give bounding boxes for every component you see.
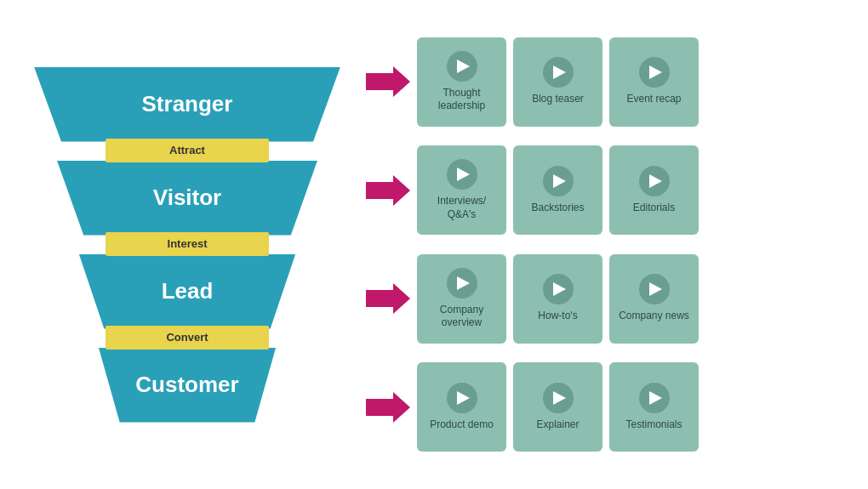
- cell-interviews-qa: Interviews/ Q&A's: [417, 145, 506, 235]
- funnel-visitor-trap: Visitor: [39, 161, 335, 236]
- cell-product-demo: Product demo: [417, 362, 506, 452]
- cell-label-interviews-qa: Interviews/ Q&A's: [422, 195, 501, 221]
- funnel-stranger-label: Stranger: [142, 91, 233, 117]
- svg-marker-2: [366, 283, 410, 314]
- cell-label-event-recap: Event recap: [626, 93, 681, 106]
- main-container: Stranger Attract Visitor Interest Lead C…: [17, 13, 851, 476]
- play-icon-company-news: [639, 274, 670, 304]
- cell-label-backstories: Backstories: [531, 202, 584, 215]
- cell-how-tos: How-to's: [513, 254, 602, 344]
- cell-company-overview: Company overview: [417, 254, 506, 344]
- play-icon-event-recap: [639, 57, 670, 88]
- arrow-lead: [366, 281, 410, 316]
- cell-label-how-tos: How-to's: [538, 310, 577, 323]
- cell-company-news: Company news: [609, 254, 699, 344]
- funnel-interest-label: Interest: [168, 237, 208, 250]
- funnel-attract-band: Attract: [106, 139, 269, 162]
- play-icon-testimonials: [639, 383, 670, 413]
- content-grid: Thought leadership Blog teaser Event rec…: [417, 32, 699, 458]
- arrows-column: [366, 32, 410, 458]
- funnel-stranger-section: Stranger Attract: [17, 67, 357, 162]
- funnel-attract-label: Attract: [169, 144, 205, 156]
- svg-marker-1: [366, 175, 410, 206]
- cell-blog-teaser: Blog teaser: [513, 37, 602, 127]
- funnel-visitor-label: Visitor: [153, 185, 221, 211]
- grid-row-visitor: Interviews/ Q&A's Backstories Editorials: [417, 145, 699, 235]
- funnel-customer-label: Customer: [135, 372, 238, 398]
- cell-event-recap: Event recap: [609, 37, 699, 127]
- cell-label-thought-leadership: Thought leadership: [422, 87, 501, 113]
- funnel: Stranger Attract Visitor Interest Lead C…: [17, 67, 357, 423]
- funnel-customer-trap: Customer: [82, 348, 293, 423]
- funnel-visitor-section: Visitor Interest: [17, 161, 357, 256]
- arrow-stranger: [366, 65, 410, 99]
- funnel-lead-section: Lead Convert: [17, 254, 357, 350]
- svg-marker-3: [366, 392, 410, 423]
- funnel-convert-label: Convert: [166, 331, 208, 344]
- funnel-lead-trap: Lead: [61, 254, 313, 329]
- cell-label-company-news: Company news: [619, 310, 689, 323]
- play-icon-explainer: [543, 383, 574, 413]
- cell-label-product-demo: Product demo: [430, 418, 494, 432]
- play-icon-blog-teaser: [543, 57, 574, 88]
- funnel-interest-band: Interest: [106, 232, 269, 256]
- svg-marker-0: [366, 66, 410, 97]
- play-icon-backstories: [543, 166, 574, 196]
- play-icon-how-tos: [543, 274, 574, 304]
- cell-backstories: Backstories: [513, 145, 602, 235]
- arrow-visitor: [366, 173, 410, 208]
- play-icon-thought-leadership: [447, 51, 477, 82]
- funnel-convert-band: Convert: [106, 326, 269, 350]
- cell-explainer: Explainer: [513, 362, 602, 452]
- grid-row-lead: Company overview How-to's Company news: [417, 254, 699, 344]
- cell-testimonials: Testimonials: [609, 362, 699, 452]
- funnel-customer-section: Customer: [17, 348, 357, 423]
- cell-editorials: Editorials: [609, 145, 699, 235]
- play-icon-product-demo: [447, 383, 477, 413]
- play-icon-interviews-qa: [447, 159, 477, 190]
- funnel-stranger-trap: Stranger: [17, 67, 357, 142]
- play-icon-company-overview: [447, 268, 477, 299]
- cell-thought-leadership: Thought leadership: [417, 37, 506, 127]
- grid-row-stranger: Thought leadership Blog teaser Event rec…: [417, 37, 699, 127]
- cell-label-explainer: Explainer: [536, 418, 579, 432]
- cell-label-company-overview: Company overview: [422, 304, 501, 330]
- cell-label-editorials: Editorials: [633, 202, 675, 215]
- funnel-lead-label: Lead: [162, 278, 214, 304]
- arrow-customer: [366, 390, 410, 424]
- cell-label-blog-teaser: Blog teaser: [532, 93, 584, 106]
- cell-label-testimonials: Testimonials: [625, 418, 682, 432]
- right-section: Thought leadership Blog teaser Event rec…: [366, 32, 851, 458]
- play-icon-editorials: [639, 166, 670, 196]
- grid-row-customer: Product demo Explainer Testimonials: [417, 362, 699, 452]
